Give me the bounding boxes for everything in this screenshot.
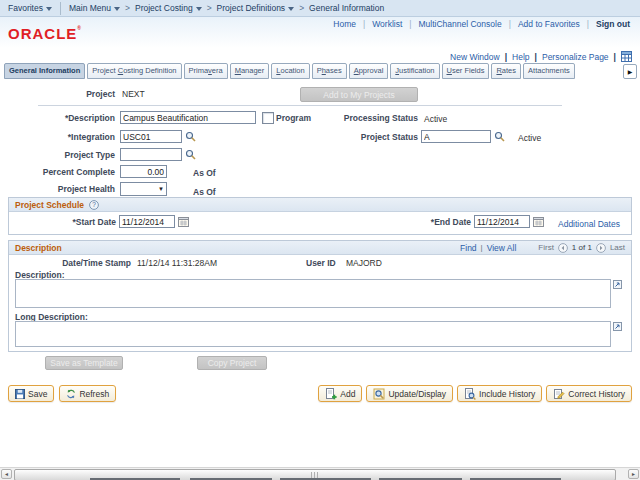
percent-complete-label: Percent Complete <box>0 167 115 177</box>
utility-links: New Window | Help | Personalize Page | <box>450 51 632 62</box>
description-textarea[interactable] <box>15 279 611 308</box>
breadcrumb-separator: > <box>125 3 130 13</box>
sign-out-link[interactable]: Sign out <box>596 19 630 29</box>
help-link[interactable]: Help <box>512 52 529 62</box>
last-label: Last <box>610 243 625 252</box>
as-of-label-2: As Of <box>193 187 216 197</box>
select-arrow-icon: ▼ <box>158 186 164 192</box>
divider <box>60 2 61 15</box>
project-schedule-title: Project Schedule <box>15 200 84 210</box>
project-schedule-header: Project Schedule ? <box>9 198 631 212</box>
copy-project-button[interactable]: Copy Project <box>197 356 267 370</box>
toolbar-right: Add Update/Display Include History Corre… <box>318 385 632 402</box>
save-button[interactable]: Save <box>8 385 54 402</box>
project-health-select[interactable]: ▼ <box>120 182 167 196</box>
integration-label: *Integration <box>0 132 115 142</box>
tab-manager[interactable]: Manager <box>230 63 270 79</box>
additional-dates-link[interactable]: Additional Dates <box>558 219 620 229</box>
svg-text:?: ? <box>92 201 96 208</box>
breadcrumb: Main Menu>Project Costing>Project Defini… <box>69 3 384 13</box>
chevron-down-icon <box>46 7 52 11</box>
description-input[interactable] <box>120 111 256 124</box>
expand-description-icon[interactable] <box>613 280 622 289</box>
datetime-stamp-value: 11/12/14 11:31:28AM <box>137 258 217 268</box>
tab-location[interactable]: Location <box>271 63 309 79</box>
multichannel-console-link[interactable]: MultiChannel Console <box>419 19 502 29</box>
tab-attachments[interactable]: Attachments <box>523 63 575 79</box>
breadcrumb-favorites-label: Favorites <box>8 3 43 13</box>
refresh-button[interactable]: Refresh <box>59 385 116 402</box>
project-status-text: Active <box>518 133 541 143</box>
expand-long-description-icon[interactable] <box>613 322 622 331</box>
view-all-link[interactable]: View All <box>487 243 517 253</box>
breadcrumb-item-general-information[interactable]: General Information <box>309 3 384 13</box>
start-date-input[interactable] <box>119 215 175 228</box>
separator: | <box>481 243 483 252</box>
tab-scroll-right-icon[interactable]: ▶ <box>623 64 637 79</box>
project-status-input[interactable] <box>421 130 491 143</box>
end-date-label: *End Date <box>401 217 471 227</box>
add-to-my-projects-button[interactable]: Add to My Projects <box>300 87 418 102</box>
project-value: NEXT <box>122 89 145 99</box>
correct-history-icon <box>553 388 565 400</box>
breadcrumb-item-main-menu[interactable]: Main Menu <box>69 3 120 13</box>
update-display-button[interactable]: Update/Display <box>366 385 453 402</box>
project-type-input[interactable] <box>120 148 182 161</box>
tab-project-costing-definition[interactable]: Project Costing Definition <box>87 63 181 79</box>
project-health-label: Project Health <box>0 184 115 194</box>
previous-row-icon[interactable] <box>558 243 568 253</box>
personalize-grid-icon[interactable] <box>621 51 632 62</box>
toolbar-left: Save Refresh <box>8 385 116 402</box>
breadcrumb-item-project-definitions[interactable]: Project Definitions <box>217 3 295 13</box>
add-icon <box>325 388 337 400</box>
breadcrumb-separator: > <box>299 3 304 13</box>
end-date-calendar-icon[interactable] <box>533 216 544 227</box>
home-link[interactable]: Home <box>333 19 356 29</box>
add-to-favorites-link[interactable]: Add to Favorites <box>518 19 580 29</box>
save-as-template-button[interactable]: Save as Template <box>45 356 123 370</box>
description-section: Description Find | View All First 1 of 1… <box>8 240 632 352</box>
next-row-icon[interactable] <box>596 243 606 253</box>
help-icon[interactable]: ? <box>89 200 99 210</box>
personalize-page-link[interactable]: Personalize Page <box>542 52 609 62</box>
start-date-calendar-icon[interactable] <box>178 216 189 227</box>
separator: | <box>505 52 507 62</box>
long-description-textarea[interactable] <box>15 321 611 347</box>
integration-input[interactable] <box>120 130 182 143</box>
breadcrumb-item-project-costing[interactable]: Project Costing <box>135 3 202 13</box>
program-checkbox[interactable] <box>262 112 274 124</box>
include-history-button[interactable]: Include History <box>457 385 542 402</box>
separator: | <box>614 52 616 62</box>
scroll-right-icon[interactable]: ► <box>628 469 639 479</box>
breadcrumb-favorites[interactable]: Favorites <box>8 3 52 13</box>
include-history-icon <box>464 388 476 400</box>
processing-status-label: Processing Status <box>300 113 418 123</box>
separator: | <box>535 52 537 62</box>
tab-justification[interactable]: Justification <box>390 63 439 79</box>
tab-approval[interactable]: Approval <box>349 63 389 79</box>
datetime-stamp-label: Date/Time Stamp <box>9 258 131 268</box>
peoplesoft-window: Favorites Main Menu>Project Costing>Proj… <box>0 0 640 480</box>
scroll-left-icon[interactable]: ◄ <box>1 469 12 479</box>
integration-lookup-icon[interactable] <box>185 131 196 142</box>
refresh-icon <box>66 389 76 399</box>
correct-history-button[interactable]: Correct History <box>546 385 632 402</box>
tab-user-fields[interactable]: User Fields <box>442 63 490 79</box>
tab-primavera[interactable]: Primavera <box>184 63 228 79</box>
percent-complete-input[interactable] <box>120 165 167 178</box>
tab-phases[interactable]: Phases <box>312 63 347 79</box>
new-window-link[interactable]: New Window <box>450 52 500 62</box>
project-type-lookup-icon[interactable] <box>185 149 196 160</box>
project-status-lookup-icon[interactable] <box>494 131 505 142</box>
end-date-input[interactable] <box>474 215 530 228</box>
add-button[interactable]: Add <box>318 385 362 402</box>
tab-rates[interactable]: Rates <box>491 63 521 79</box>
separator: | <box>363 19 365 29</box>
description-label: *Description <box>0 113 115 123</box>
tab-bar: General InformationProject Costing Defin… <box>4 63 575 80</box>
find-link[interactable]: Find <box>460 243 477 253</box>
tab-general-information[interactable]: General Information <box>4 63 85 79</box>
row-counter: 1 of 1 <box>572 243 592 252</box>
worklist-link[interactable]: Worklist <box>372 19 402 29</box>
user-id-value: MAJORD <box>346 258 382 268</box>
